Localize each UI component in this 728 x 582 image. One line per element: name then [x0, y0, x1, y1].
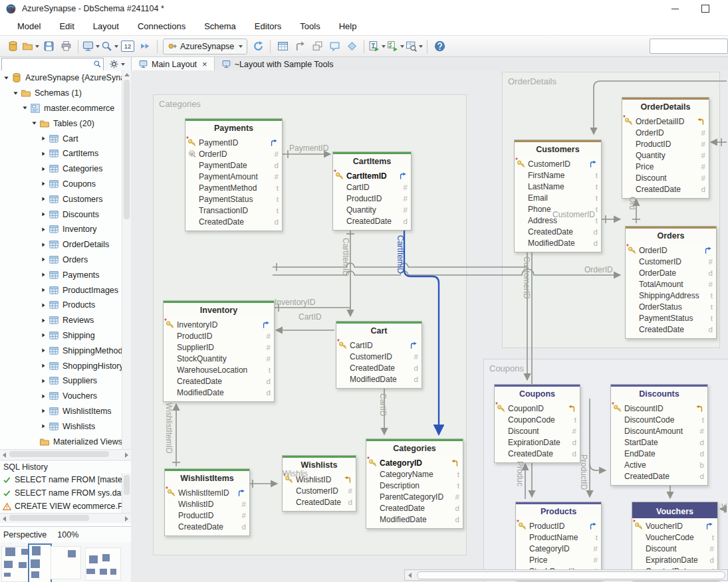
column-row[interactable]: CreatedDated [164, 375, 274, 387]
column-row[interactable]: CustomerID# [283, 485, 356, 496]
column-row[interactable]: Quantity# [622, 149, 709, 161]
column-row[interactable]: WishlistID# [165, 498, 249, 510]
tree-horizontal-scrollbar[interactable] [0, 449, 131, 459]
table-header[interactable]: Vouchers [632, 502, 717, 518]
sql-history-item[interactable]: SELECT name FROM [master].sy [0, 473, 122, 486]
column-row[interactable]: *CustomerID [515, 158, 601, 169]
toolbar-text-play-button[interactable] [368, 39, 386, 54]
table-categories[interactable]: Categories*CategoryIDCategoryNametDescri… [366, 438, 463, 529]
tree-vertical-scrollbar[interactable] [122, 70, 131, 449]
tree-item-orders[interactable]: Orders [0, 252, 122, 268]
table-header[interactable]: OrderDetails [622, 98, 709, 114]
column-row[interactable]: StockQuantity# [164, 353, 274, 364]
column-row[interactable]: *PaymentID [185, 137, 282, 148]
tree-item-vouchers[interactable]: Vouchers [0, 389, 122, 404]
column-row[interactable]: CreatedDated [611, 470, 707, 482]
table-header[interactable]: WishlistItems [165, 469, 249, 485]
table-discounts[interactable]: Discounts*DiscountIDDiscountCodetDiscoun… [610, 384, 708, 486]
column-row[interactable]: SupplierID# [164, 341, 274, 353]
column-row[interactable]: Price# [622, 161, 709, 172]
tree-item-wishlists[interactable]: Wishlists [0, 419, 122, 434]
toolbar-comment-button[interactable] [326, 39, 342, 54]
column-row[interactable]: *VoucherID [632, 520, 717, 532]
sql-history-item[interactable]: SELECT name FROM sys.databa [0, 486, 122, 500]
tree-item-azuresynapse-azuresynap[interactable]: AzureSynapse {AzureSynap [0, 70, 122, 86]
minimap-thumbnail[interactable] [85, 547, 121, 581]
table-header[interactable]: Discounts [611, 385, 707, 401]
toolbar-diamond-button[interactable] [344, 39, 360, 54]
column-row[interactable]: CreatedDated [165, 521, 249, 532]
column-row[interactable]: *InventoryID [164, 319, 274, 330]
column-row[interactable]: ProductID# [164, 330, 274, 341]
column-row[interactable]: PaymentDated [185, 159, 282, 171]
column-row[interactable]: EndDated [611, 448, 707, 459]
column-row[interactable]: VoucherCodet [632, 532, 717, 543]
toolbar-elbow-arrow-button[interactable] [292, 39, 308, 54]
column-row[interactable]: DiscountAmount# [611, 425, 707, 436]
column-row[interactable]: CreatedDated [283, 496, 356, 508]
perspective-minimap[interactable] [0, 542, 131, 582]
connection-selector[interactable]: AzureSynapse [163, 39, 247, 54]
toolbar-table-grid-button[interactable] [275, 39, 291, 54]
toolbar-copy-windows-button[interactable] [309, 39, 325, 54]
tree-item-shoppinghistory[interactable]: ShoppingHistory [0, 358, 122, 373]
menu-connections[interactable]: Connections [128, 19, 195, 34]
column-row[interactable]: CreatedDated [622, 183, 709, 195]
column-row[interactable]: CategoryNamet [366, 468, 463, 480]
toolbar-search-input[interactable] [650, 39, 728, 54]
toolbar-script-play-button[interactable] [387, 39, 404, 54]
tree-item-orderdetails[interactable]: OrderDetails [0, 237, 122, 252]
tree-item-reviews[interactable]: Reviews [0, 313, 122, 328]
menu-schema[interactable]: Schema [195, 19, 245, 34]
column-row[interactable]: *CartID [336, 340, 422, 351]
table-header[interactable]: CartItems [333, 152, 411, 168]
column-row[interactable]: CreatedDated [515, 226, 601, 237]
column-row[interactable]: CreatedDated [495, 448, 580, 459]
column-row[interactable]: *DiscountID [611, 403, 707, 414]
toolbar-folder-button[interactable] [22, 39, 39, 54]
column-row[interactable]: ParentCategoryID# [366, 491, 463, 502]
tree-item-cart[interactable]: Cart [0, 131, 122, 146]
tree-item-productimages[interactable]: ProductImages [0, 282, 122, 298]
column-row[interactable]: CreatedDated [366, 502, 463, 514]
column-row[interactable]: TotalAmount# [626, 278, 716, 290]
table-wishlistitems[interactable]: WishlistItems*WishlistItemIDWishlistID#P… [164, 468, 250, 536]
column-row[interactable]: ShippingAddresst [626, 290, 716, 301]
toolbar-fast-forward-button[interactable] [137, 39, 153, 54]
toolbar-refresh-button[interactable] [250, 39, 266, 54]
column-row[interactable]: OrderDated [626, 267, 716, 278]
close-icon[interactable]: × [202, 59, 207, 69]
column-row[interactable]: *CouponID [495, 403, 580, 414]
toolbar-grid-search-button[interactable] [406, 39, 423, 54]
column-row[interactable]: *CategoryID [366, 457, 463, 468]
maximize-icon[interactable] [701, 5, 709, 13]
menu-model[interactable]: Model [8, 19, 50, 34]
column-row[interactable]: CreatedDated [626, 324, 716, 335]
column-row[interactable]: *OrderID [626, 244, 716, 256]
column-row[interactable]: WarehouseLocationt [164, 364, 274, 375]
toolbar-zoom-button[interactable] [101, 39, 118, 54]
tree-item-cartitems[interactable]: CartItems [0, 146, 122, 161]
column-row[interactable]: ProductID# [333, 193, 411, 204]
menu-tools[interactable]: Tools [291, 19, 329, 34]
column-row[interactable]: Emailt [515, 192, 601, 203]
column-row[interactable]: PaymentStatust [185, 193, 282, 205]
table-header[interactable]: Orders [626, 227, 716, 242]
table-header[interactable]: Categories [366, 439, 463, 455]
column-row[interactable]: ModifiedDated [164, 387, 274, 398]
add-layout-button[interactable] [347, 58, 358, 70]
tree-item-tables-20[interactable]: Tables (20) [0, 116, 122, 131]
column-row[interactable]: Descriptiont [366, 480, 463, 491]
column-row[interactable]: CategoryID# [516, 543, 601, 554]
tree-item-discounts[interactable]: Discounts [0, 207, 122, 222]
tree-item-categories[interactable]: Categories [0, 161, 122, 177]
column-row[interactable]: ExpirationDated [495, 436, 580, 448]
tree-item-schemas-1[interactable]: Schemas (1) [0, 86, 122, 101]
sql-history-item[interactable]: CREATE VIEW ecommerce.Payn [0, 500, 122, 513]
sql-horizontal-scrollbar[interactable] [0, 513, 131, 523]
column-row[interactable]: PaymentMethodt [185, 182, 282, 193]
tree-item-suppliers[interactable]: Suppliers [0, 373, 122, 389]
table-inventory[interactable]: Inventory*InventoryIDProductID#SupplierI… [163, 300, 275, 402]
column-row[interactable]: ProductID# [622, 138, 709, 149]
tree-item-shipping[interactable]: Shipping [0, 328, 122, 343]
